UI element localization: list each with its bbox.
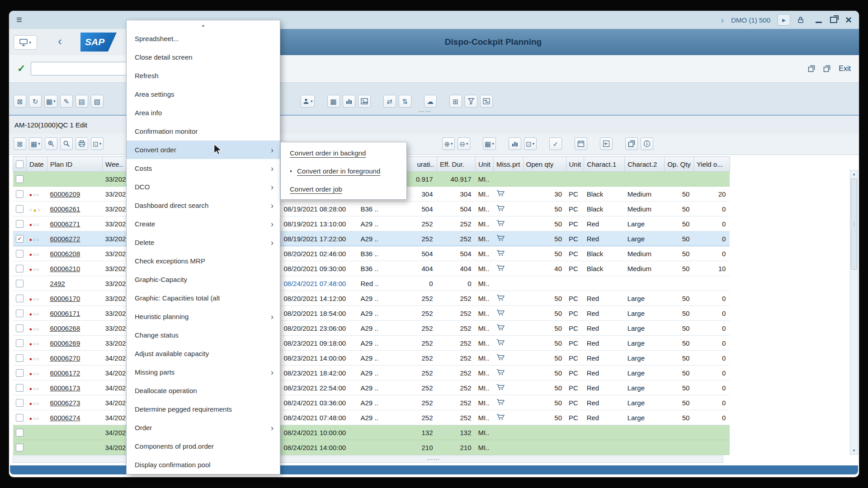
menu-item-refresh[interactable]: Refresh: [127, 66, 280, 85]
dock-window-icon[interactable]: [808, 65, 815, 72]
menu-item-area-settings[interactable]: Area settings: [127, 85, 280, 103]
plan-id-link[interactable]: 60006170: [50, 295, 80, 302]
plan-id-link[interactable]: 60006172: [50, 369, 80, 377]
row-checkbox[interactable]: [16, 295, 24, 302]
close-button[interactable]: ×: [845, 14, 852, 25]
plan-id-link[interactable]: 60006271: [50, 220, 80, 228]
zoom-button[interactable]: [60, 137, 73, 150]
menu-item-change-status[interactable]: Change status: [127, 326, 280, 344]
expand-button[interactable]: ⊕▾: [442, 137, 455, 150]
board-button[interactable]: ▤: [75, 95, 88, 108]
plan-id-link[interactable]: 60006171: [50, 310, 80, 317]
row-checkbox[interactable]: [16, 265, 24, 272]
plan-id-link[interactable]: 60006173: [50, 384, 80, 392]
row-checkbox[interactable]: [16, 384, 24, 392]
close-layout-button[interactable]: ⊠: [14, 95, 26, 108]
row-checkbox[interactable]: [16, 175, 24, 183]
layout-grid-button[interactable]: ▦▾: [44, 95, 57, 108]
menu-item-graphic-capacities-total-alt[interactable]: Graphic: Capacities total (alt: [127, 289, 280, 307]
print-button[interactable]: [75, 137, 88, 150]
plan-id-link[interactable]: 60006261: [50, 205, 80, 213]
collapse-button[interactable]: ⊖▾: [458, 137, 470, 150]
image-button[interactable]: [358, 95, 371, 108]
row-checkbox[interactable]: [16, 444, 24, 451]
services-button[interactable]: ▶: [778, 14, 790, 26]
lock-icon[interactable]: [797, 16, 804, 23]
menu-item-components-of-prod-order[interactable]: Components of prod.order: [127, 437, 280, 455]
refresh-button[interactable]: ↻: [29, 95, 42, 108]
open-window-button[interactable]: [625, 137, 638, 150]
menu-item-dco[interactable]: DCO›: [127, 178, 280, 196]
vertical-scrollbar[interactable]: ▴ ⋮ ▾: [850, 170, 858, 455]
scroll-up-icon[interactable]: ▴: [850, 171, 858, 177]
menu-item-delete[interactable]: Delete›: [127, 233, 280, 252]
menu-item-missing-parts[interactable]: Missing parts›: [127, 363, 280, 381]
hscroll-handle[interactable]: ⋯⋯: [427, 456, 440, 462]
submenu-item-convert-order-in-foreground[interactable]: ●Convert order in foreground: [281, 162, 406, 180]
menu-item-graphic-capacity[interactable]: Graphic-Capacity: [127, 270, 280, 289]
row-checkbox[interactable]: [16, 280, 24, 287]
horizontal-scrollbar[interactable]: ⋯⋯: [13, 455, 723, 463]
row-checkbox[interactable]: [16, 250, 24, 258]
row-checkbox[interactable]: [16, 339, 24, 347]
scroll-down-icon[interactable]: ▾: [850, 447, 858, 454]
menu-item-heuristic-planning[interactable]: Heuristic planning›: [127, 307, 280, 326]
plan-id-link[interactable]: 60006210: [50, 265, 80, 272]
menu-item-close-detail-screen[interactable]: Close detail screen: [127, 48, 280, 66]
row-checkbox[interactable]: [16, 414, 24, 422]
calendar-button[interactable]: [575, 137, 587, 150]
info-button[interactable]: [641, 137, 653, 150]
submenu-item-convert-order-job[interactable]: Convert order job: [281, 180, 406, 198]
col-header-unit[interactable]: Unit: [476, 157, 494, 172]
ok-check-icon[interactable]: ✓: [17, 63, 25, 75]
col-header-yield[interactable]: Yield o...: [693, 157, 730, 172]
plan-id-link[interactable]: 60006209: [50, 190, 80, 198]
confirm-button[interactable]: ✓: [549, 137, 562, 150]
menu-item-determine-pegged-requirements[interactable]: Determine pegged requirements: [127, 400, 280, 418]
cell-layout-button[interactable]: ▦▾: [483, 137, 496, 150]
row-checkbox[interactable]: [16, 369, 24, 377]
chart-button[interactable]: [509, 137, 521, 150]
system-menu-button[interactable]: ▾: [14, 35, 37, 50]
menu-item-adjust-available-capacity[interactable]: Adjust available capacity: [127, 344, 280, 363]
menu-item-dashboard-direct-search[interactable]: Dashboard direct search›: [127, 196, 280, 215]
back-button[interactable]: ‹: [58, 34, 62, 48]
splitter-handle[interactable]: ⋯⋯: [418, 108, 432, 114]
row-checkbox[interactable]: [16, 310, 24, 317]
scroll-thumb[interactable]: ⋮: [851, 178, 857, 270]
plan-id-link[interactable]: 60006273: [50, 399, 80, 407]
col-header-open_qty[interactable]: Open qty: [523, 157, 566, 172]
back-button[interactable]: [600, 137, 613, 150]
row-checkbox[interactable]: [16, 205, 24, 213]
row-checkbox[interactable]: [16, 190, 24, 198]
plan-id-link[interactable]: 60006270: [50, 354, 80, 362]
row-checkbox[interactable]: [16, 220, 24, 228]
menu-scroll-up-icon[interactable]: ▴: [127, 20, 280, 29]
col-header-miss_prt[interactable]: Miss.prt: [494, 157, 524, 172]
plan-id-link[interactable]: 60006268: [50, 324, 80, 332]
row-checkbox[interactable]: [16, 399, 24, 407]
menu-item-create[interactable]: Create›: [127, 215, 280, 233]
minimize-button[interactable]: [816, 22, 822, 23]
export-button[interactable]: ⊡▾: [91, 137, 104, 150]
swap-vertical-button[interactable]: ⇅: [399, 95, 411, 108]
zoom-in-button[interactable]: [45, 137, 57, 150]
plan-id-link[interactable]: 60006208: [50, 250, 80, 258]
chevron-right-icon[interactable]: ›: [721, 15, 724, 24]
col-header-op_qty[interactable]: Op. Qty: [665, 157, 694, 172]
submenu-item-convert-order-in-backgnd[interactable]: Convert order in backgnd: [281, 144, 406, 162]
bar-chart-button[interactable]: [343, 95, 355, 108]
plan-id-link[interactable]: 2492: [50, 280, 65, 287]
maximize-button[interactable]: [830, 17, 837, 23]
hamburger-menu-icon[interactable]: ≡: [16, 15, 22, 25]
gantt-chart-button[interactable]: [480, 95, 493, 108]
export-grid-button[interactable]: ⊞: [449, 95, 462, 108]
filter-button[interactable]: [465, 95, 477, 108]
col-header-status[interactable]: Date: [27, 157, 47, 172]
new-window-icon[interactable]: [823, 65, 830, 72]
menu-item-spreadsheet[interactable]: Spreadsheet...: [127, 29, 280, 48]
menu-item-costs[interactable]: Costs›: [127, 159, 280, 178]
row-checkbox[interactable]: [16, 354, 24, 362]
col-header-durati[interactable]: urati..: [403, 157, 437, 172]
row-checkbox[interactable]: [16, 324, 24, 332]
